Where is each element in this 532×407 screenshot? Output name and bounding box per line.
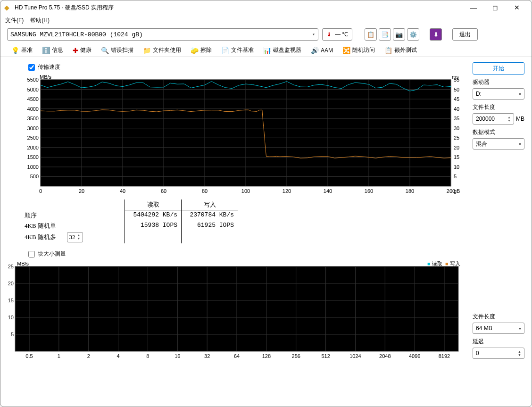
- filelen-stepper[interactable]: 200000 ▲▼: [473, 113, 514, 125]
- tab-1[interactable]: ℹ️信息: [38, 44, 67, 56]
- svg-text:读取: 读取: [432, 261, 442, 266]
- tab-icon: 🔀: [342, 47, 350, 54]
- close-button[interactable]: ✕: [506, 0, 528, 15]
- tab-3[interactable]: 🔍错误扫描: [97, 44, 138, 56]
- svg-text:4: 4: [117, 353, 120, 359]
- svg-text:8192: 8192: [439, 353, 450, 359]
- tab-6[interactable]: 📄文件基准: [217, 44, 258, 56]
- svg-text:10: 10: [8, 315, 14, 320]
- tab-label: 随机访问: [352, 46, 375, 54]
- tab-5[interactable]: 🧽擦除: [186, 44, 216, 56]
- svg-text:140: 140: [324, 188, 332, 194]
- svg-text:40: 40: [120, 188, 125, 194]
- svg-text:30: 30: [454, 125, 459, 131]
- transfer-speed-checkbox[interactable]: [28, 64, 35, 71]
- svg-text:80: 80: [202, 188, 208, 194]
- svg-text:160: 160: [365, 188, 373, 194]
- device-select-value: SAMSUNG MZVL21T0HCLR-00B00 (1024 gB): [10, 31, 143, 38]
- drive-select[interactable]: D: ▾: [473, 88, 524, 100]
- delay-stepper[interactable]: 0 ▲▼: [473, 348, 524, 359]
- svg-text:10: 10: [454, 164, 459, 170]
- temperature-value: — ℃: [335, 31, 348, 38]
- svg-text:64: 64: [234, 353, 240, 359]
- blocksize-checkbox[interactable]: [28, 251, 35, 257]
- start-button[interactable]: 开始: [473, 62, 524, 75]
- filelen-label: 文件长度: [473, 103, 524, 111]
- menu-file[interactable]: 文件(F): [5, 17, 24, 25]
- svg-text:20: 20: [8, 281, 14, 286]
- filelen-unit: MB: [516, 116, 524, 122]
- app-icon: ◆: [4, 4, 12, 11]
- rand-write-value: 61925 IOPS: [181, 221, 238, 231]
- svg-text:2500: 2500: [27, 135, 39, 141]
- tab-label: 擦除: [200, 46, 212, 54]
- tab-2[interactable]: ✚健康: [68, 44, 96, 56]
- rand-read-value: 15938 IOPS: [125, 221, 181, 231]
- svg-text:2048: 2048: [379, 353, 391, 359]
- svg-text:120: 120: [283, 188, 291, 194]
- svg-text:256: 256: [292, 353, 300, 359]
- svg-text:gB: gB: [454, 188, 460, 194]
- transfer-speed-label: 传输速度: [38, 63, 60, 71]
- svg-text:25: 25: [8, 264, 14, 269]
- device-select[interactable]: SAMSUNG MZVL21T0HCLR-00B00 (1024 gB) ▾: [7, 28, 318, 41]
- menu-help[interactable]: 帮助(H): [30, 17, 50, 25]
- seq-write-value: 2370784 KB/s: [181, 210, 238, 221]
- tab-icon: 📄: [221, 47, 229, 54]
- tab-9[interactable]: 🔀随机访问: [338, 44, 379, 56]
- svg-text:写入: 写入: [450, 261, 460, 266]
- save-button[interactable]: ⬇: [430, 28, 442, 41]
- maximize-button[interactable]: ◻: [484, 0, 506, 15]
- svg-text:0.5: 0.5: [25, 353, 33, 359]
- svg-text:4096: 4096: [409, 353, 420, 359]
- copy-all-button[interactable]: 📑: [379, 28, 391, 41]
- datamode-select[interactable]: 混合 ▾: [473, 138, 524, 150]
- tab-label: 信息: [52, 46, 63, 54]
- tab-label: 错误扫描: [111, 46, 133, 54]
- tab-icon: 💡: [11, 47, 19, 54]
- col-read: 读取: [125, 199, 181, 210]
- chevron-down-icon: ▾: [312, 32, 315, 37]
- svg-text:5: 5: [11, 332, 14, 337]
- tab-10[interactable]: 📋额外测试: [380, 44, 421, 56]
- svg-text:16: 16: [175, 353, 180, 359]
- tab-label: 健康: [80, 46, 91, 54]
- svg-text:50: 50: [454, 87, 459, 92]
- svg-text:2000: 2000: [27, 145, 39, 150]
- svg-text:20: 20: [79, 188, 84, 194]
- drive-label: 驱动器: [473, 78, 524, 86]
- threads-stepper[interactable]: 32 ▲▼: [67, 232, 83, 242]
- settings-button[interactable]: ⚙️: [407, 28, 419, 41]
- minimize-button[interactable]: —: [463, 0, 484, 15]
- filelen2-label: 文件长度: [473, 313, 524, 321]
- blocksize-chart: MB/s ■ 读取 ■ 写入 510152025 0.5124816326412…: [8, 260, 460, 364]
- svg-text:500: 500: [30, 174, 39, 179]
- exit-button[interactable]: 退出: [452, 28, 478, 41]
- tab-icon: 🔍: [101, 47, 109, 54]
- tab-7[interactable]: 📊磁盘监视器: [259, 44, 306, 56]
- svg-text:128: 128: [262, 353, 271, 359]
- chevron-down-icon: ▾: [519, 326, 521, 331]
- tab-0[interactable]: 💡基准: [7, 44, 37, 56]
- temperature-display: 🌡 — ℃: [322, 28, 352, 41]
- tab-label: 文件夹使用: [153, 46, 181, 54]
- tab-4[interactable]: 📁文件夹使用: [139, 44, 185, 56]
- thermometer-icon: 🌡: [326, 31, 332, 38]
- tab-label: 磁盘监视器: [273, 46, 301, 54]
- tab-label: AAM: [321, 47, 333, 54]
- filelen2-select[interactable]: 64 MB ▾: [473, 323, 524, 334]
- blocksize-label: 块大小测量: [38, 250, 66, 258]
- tab-8[interactable]: 🔊AAM: [307, 45, 337, 56]
- delay-label: 延迟: [473, 338, 524, 346]
- screenshot-button[interactable]: 📷: [393, 28, 405, 41]
- svg-text:0: 0: [39, 188, 42, 194]
- copy-info-button[interactable]: 📋: [365, 28, 377, 41]
- tab-icon: 🧽: [191, 47, 199, 54]
- svg-text:20: 20: [454, 145, 459, 150]
- svg-text:1500: 1500: [27, 154, 39, 160]
- row-4k-multi: 4KB 随机多 32 ▲▼: [21, 231, 125, 243]
- tab-icon: ✚: [73, 47, 78, 54]
- seq-read-value: 5404292 KB/s: [125, 210, 181, 221]
- tab-label: 额外测试: [394, 46, 417, 54]
- svg-text:15: 15: [8, 298, 14, 303]
